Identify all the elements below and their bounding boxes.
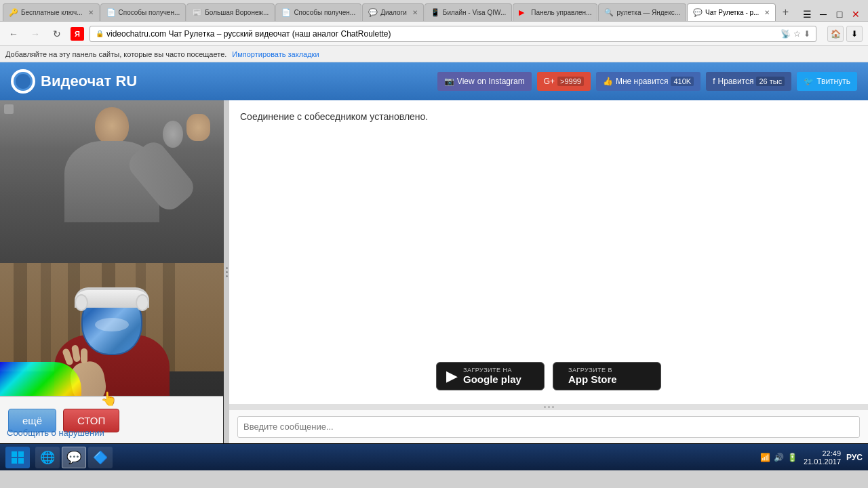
header-buttons: 📷 View on Instagram G+ >9999 👍 Мне нрави… <box>437 72 857 91</box>
download-manager-button[interactable]: ⬇ <box>846 26 863 42</box>
tab-label-2: Способы получен... <box>119 9 180 16</box>
security-icon: 🔒 <box>96 30 104 37</box>
taskbar-app-1[interactable]: 🌐 <box>35 447 60 468</box>
tab-3[interactable]: 📰 Большая Воронеж... <box>186 3 275 21</box>
windows-logo-icon <box>11 451 24 464</box>
tab-7[interactable]: ▶ Панель управлен... <box>513 3 597 21</box>
start-button[interactable] <box>5 447 30 468</box>
tab-label-6: Билайн - Visa QIW... <box>443 9 506 16</box>
tab-favicon-7: ▶ <box>519 8 528 18</box>
tab-close-5[interactable]: ✕ <box>412 9 418 16</box>
forward-button[interactable]: → <box>27 26 43 42</box>
google-play-icon: ▶ <box>446 367 458 385</box>
video-controls: ещё СТОП Сообщить о нарушении 👆 <box>0 396 223 443</box>
resizer-dot-3 <box>226 275 228 277</box>
bookmarks-bar: Добавляйте на эту панель сайты, которые … <box>0 46 868 62</box>
taskbar-app-2[interactable]: 💬 <box>62 447 86 468</box>
panel-resize-handle <box>544 406 554 408</box>
chat-panel: Соединение с собеседником установлено. ▶… <box>229 100 868 443</box>
back-button[interactable]: ← <box>5 26 22 42</box>
panel-resizer[interactable] <box>224 100 229 443</box>
taskbar-app-3[interactable]: 🔷 <box>88 447 113 468</box>
tab-close-9[interactable]: ✕ <box>764 9 770 16</box>
tab-favicon-1: 🔑 <box>9 8 18 18</box>
twitter-icon: 🐦 <box>804 77 814 86</box>
next-label: ещё <box>22 415 42 426</box>
language-indicator[interactable]: РУС <box>846 453 863 462</box>
resizer-handle <box>226 267 228 277</box>
download-icon[interactable]: ⬇ <box>804 29 810 39</box>
instagram-icon: 📷 <box>444 77 454 86</box>
like-count: 410K <box>671 77 694 86</box>
tab-5[interactable]: 💬 Диалоги ✕ <box>362 3 424 21</box>
like-button[interactable]: 👍 Мне нравится 410K <box>596 72 701 91</box>
taskbar-clock: 22:49 21.01.2017 <box>804 449 841 466</box>
bookmark-icon[interactable]: ☆ <box>793 29 801 39</box>
url-input[interactable]: 🔒 videochatru.com Чат Рулетка – русский … <box>90 26 816 42</box>
tab-label-9: Чат Рулетка - р... <box>705 9 759 16</box>
browser-menu-button[interactable]: ☰ <box>800 7 814 21</box>
svg-rect-2 <box>12 458 17 464</box>
url-text: videochatru.com Чат Рулетка – русский ви… <box>106 29 391 39</box>
taskbar-system-icons: 📶 🔊 🔋 <box>760 452 798 463</box>
apple-badge[interactable]: Загрузите в App Store <box>553 362 661 390</box>
taskbar-app-icon-2: 💬 <box>66 450 81 465</box>
report-link-container: Сообщить о нарушении <box>7 428 104 438</box>
gplus-icon: G+ <box>544 77 555 86</box>
tab-close-1[interactable]: ✕ <box>88 9 94 16</box>
tab-favicon-8: 🔍 <box>604 8 614 18</box>
tab-label-1: Бесплатные ключ... <box>21 9 83 16</box>
taskbar-apps: 🌐 💬 🔷 <box>35 447 113 468</box>
rss-icon[interactable]: 📡 <box>781 29 791 39</box>
chat-messages: Соединение с собеседником установлено. ▶… <box>229 100 868 404</box>
report-link[interactable]: Сообщить о нарушении <box>7 428 104 438</box>
google-play-badge[interactable]: ▶ ЗАГРУЗИТЕ НА Google play <box>436 362 545 390</box>
minimize-button[interactable]: ─ <box>816 7 830 21</box>
apple-top: Загрузите в <box>568 367 617 373</box>
taskbar-app-icon-1: 🌐 <box>40 450 55 465</box>
svg-rect-1 <box>18 451 24 457</box>
resize-dot-3 <box>552 406 554 408</box>
close-button[interactable]: ✕ <box>849 7 863 21</box>
logo-icon-inner <box>14 72 33 91</box>
fb-button[interactable]: f Нравится 26 тыс <box>706 72 791 91</box>
taskbar: 🌐 💬 🔷 📶 🔊 🔋 22:49 21.01.2017 РУС <box>0 443 868 470</box>
reload-button[interactable]: ↻ <box>49 26 65 42</box>
stop-label: СТОП <box>77 415 105 426</box>
tab-6[interactable]: 📱 Билайн - Visa QIW... <box>425 3 512 21</box>
tab-8[interactable]: 🔍 рулетка — Яндекс... <box>598 3 686 21</box>
toolbar-actions: 🏠 ⬇ <box>827 26 863 42</box>
import-bookmarks-link[interactable]: Импортировать закладки <box>232 50 319 58</box>
tab-favicon-3: 📰 <box>193 8 202 18</box>
apple-texts: Загрузите в App Store <box>568 367 617 386</box>
logo-icon <box>11 69 35 94</box>
tab-label-7: Панель управлен... <box>531 9 591 16</box>
resize-dot-2 <box>548 406 550 408</box>
tab-1[interactable]: 🔑 Бесплатные ключ... ✕ <box>3 3 100 21</box>
like-label: Мне нравится <box>616 77 669 86</box>
tab-4[interactable]: 📄 Способы получен... <box>275 3 361 21</box>
main-content: ещё СТОП Сообщить о нарушении 👆 <box>0 100 868 443</box>
instagram-button[interactable]: 📷 View on Instagram <box>437 72 532 91</box>
connection-message: Соединение с собеседником установлено. <box>240 111 857 122</box>
new-tab-button[interactable]: + <box>776 3 794 21</box>
tab-2[interactable]: 📄 Способы получен... <box>100 3 186 21</box>
site-header: Видеочат RU 📷 View on Instagram G+ >9999… <box>0 62 868 100</box>
tab-label-8: рулетка — Яндекс... <box>616 9 680 16</box>
google-play-name: Google play <box>463 373 521 386</box>
chat-input[interactable] <box>237 416 860 438</box>
chat-panel-resize[interactable] <box>229 404 868 409</box>
volume-icon[interactable]: 🔊 <box>774 452 785 463</box>
maximize-button[interactable]: □ <box>833 7 846 21</box>
tab-favicon-6: 📱 <box>431 8 440 18</box>
app-badges: ▶ ЗАГРУЗИТЕ НА Google play Загрузите в A… <box>436 362 661 390</box>
apple-name: App Store <box>568 373 617 386</box>
home-button[interactable]: 🏠 <box>827 26 844 42</box>
tab-9-active[interactable]: 💬 Чат Рулетка - р... ✕ <box>687 3 776 21</box>
tab-favicon-5: 💬 <box>368 8 378 18</box>
twitter-button[interactable]: 🐦 Твитнуть <box>797 72 857 91</box>
network-icon[interactable]: 📶 <box>760 452 771 463</box>
address-bar: ← → ↻ Я 🔒 videochatru.com Чат Рулетка – … <box>0 22 868 46</box>
battery-icon[interactable]: 🔋 <box>787 452 798 463</box>
gplus-button[interactable]: G+ >9999 <box>537 72 591 91</box>
